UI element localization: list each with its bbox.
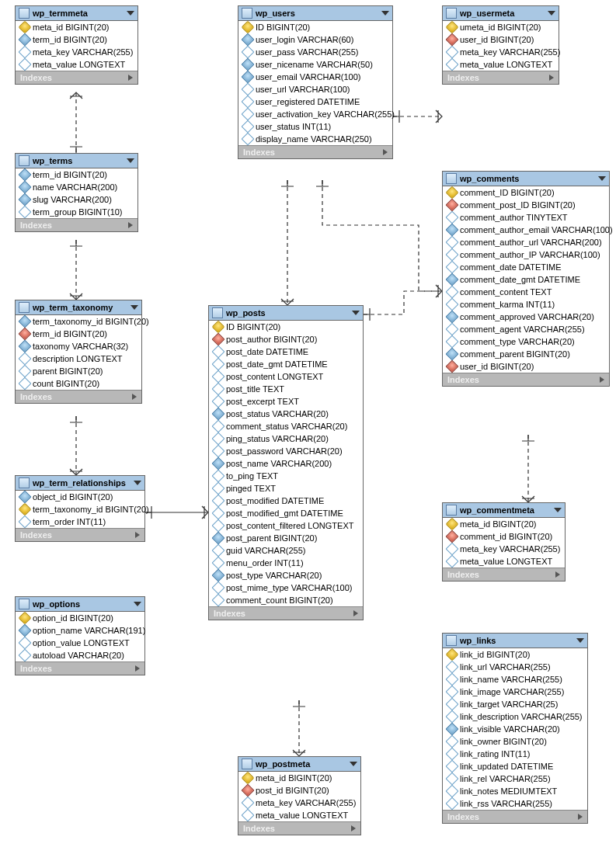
column-row[interactable]: post_mime_type VARCHAR(100): [209, 582, 363, 594]
column-row[interactable]: user_status INT(11): [238, 120, 392, 133]
table-wp_commentmeta[interactable]: wp_commentmetameta_id BIGINT(20)comment_…: [442, 502, 566, 582]
column-row[interactable]: comment_author_email VARCHAR(100): [443, 224, 609, 236]
column-row[interactable]: description LONGTEXT: [16, 352, 141, 365]
column-row[interactable]: link_visible VARCHAR(20): [443, 723, 587, 735]
collapse-icon[interactable]: [131, 305, 138, 310]
table-wp_postmeta[interactable]: wp_postmetameta_id BIGINT(20)post_id BIG…: [238, 756, 361, 835]
column-row[interactable]: taxonomy VARCHAR(32): [16, 340, 141, 352]
table-wp_termmeta[interactable]: wp_termmetameta_id BIGINT(20)term_id BIG…: [15, 5, 138, 85]
expand-icon[interactable]: [383, 149, 388, 155]
expand-icon[interactable]: [128, 222, 133, 228]
column-row[interactable]: comment_date_gmt DATETIME: [443, 273, 609, 286]
column-row[interactable]: to_ping TEXT: [209, 470, 363, 482]
column-row[interactable]: count BIGINT(20): [16, 377, 141, 390]
collapse-icon[interactable]: [134, 602, 141, 606]
column-row[interactable]: post_password VARCHAR(20): [209, 445, 363, 457]
expand-icon[interactable]: [578, 814, 583, 820]
column-row[interactable]: meta_key VARCHAR(255): [443, 46, 559, 58]
indexes-section[interactable]: Indexes: [238, 821, 360, 835]
table-header[interactable]: wp_postmeta: [238, 757, 360, 772]
collapse-icon[interactable]: [127, 158, 134, 163]
column-row[interactable]: comment_parent BIGINT(20): [443, 348, 609, 360]
table-header[interactable]: wp_comments: [443, 172, 609, 186]
table-header[interactable]: wp_options: [16, 597, 144, 612]
column-row[interactable]: post_parent BIGINT(20): [209, 532, 363, 544]
column-row[interactable]: post_date DATETIME: [209, 345, 363, 358]
collapse-icon[interactable]: [548, 11, 555, 16]
column-row[interactable]: ID BIGINT(20): [238, 21, 392, 33]
column-row[interactable]: term_taxonomy_id BIGINT(20): [16, 315, 141, 328]
column-row[interactable]: meta_key VARCHAR(255): [443, 543, 565, 555]
column-row[interactable]: comment_author TINYTEXT: [443, 211, 609, 224]
column-row[interactable]: post_type VARCHAR(20): [209, 569, 363, 582]
column-row[interactable]: comment_id BIGINT(20): [443, 530, 565, 543]
column-row[interactable]: comment_content TEXT: [443, 286, 609, 298]
column-row[interactable]: link_target VARCHAR(25): [443, 698, 587, 710]
column-row[interactable]: post_modified_gmt DATETIME: [209, 507, 363, 519]
table-wp_term_taxonomy[interactable]: wp_term_taxonomyterm_taxonomy_id BIGINT(…: [15, 300, 142, 404]
table-header[interactable]: wp_terms: [16, 154, 137, 168]
column-row[interactable]: user_activation_key VARCHAR(255): [238, 108, 392, 120]
column-row[interactable]: meta_id BIGINT(20): [238, 772, 360, 784]
table-wp_options[interactable]: wp_optionsoption_id BIGINT(20)option_nam…: [15, 596, 145, 675]
collapse-icon[interactable]: [134, 481, 141, 485]
column-row[interactable]: term_id BIGINT(20): [16, 33, 137, 46]
column-row[interactable]: user_login VARCHAR(60): [238, 33, 392, 46]
column-row[interactable]: comment_type VARCHAR(20): [443, 335, 609, 348]
expand-icon[interactable]: [351, 825, 356, 832]
column-row[interactable]: comment_author_url VARCHAR(200): [443, 236, 609, 248]
column-row[interactable]: comment_date DATETIME: [443, 261, 609, 273]
table-wp_terms[interactable]: wp_termsterm_id BIGINT(20)name VARCHAR(2…: [15, 153, 138, 232]
table-wp_usermeta[interactable]: wp_usermetaumeta_id BIGINT(20)user_id BI…: [442, 5, 559, 85]
table-header[interactable]: wp_usermeta: [443, 6, 559, 21]
column-row[interactable]: link_notes MEDIUMTEXT: [443, 785, 587, 797]
column-row[interactable]: term_id BIGINT(20): [16, 168, 137, 181]
collapse-icon[interactable]: [598, 176, 606, 181]
table-header[interactable]: wp_term_taxonomy: [16, 300, 141, 315]
column-row[interactable]: link_description VARCHAR(255): [443, 710, 587, 723]
collapse-icon[interactable]: [350, 762, 357, 766]
column-row[interactable]: post_id BIGINT(20): [238, 784, 360, 797]
column-row[interactable]: meta_value LONGTEXT: [443, 555, 565, 568]
column-row[interactable]: term_id BIGINT(20): [16, 328, 141, 340]
indexes-section[interactable]: Indexes: [16, 71, 137, 84]
column-row[interactable]: ping_status VARCHAR(20): [209, 432, 363, 445]
column-row[interactable]: object_id BIGINT(20): [16, 491, 144, 503]
column-row[interactable]: user_email VARCHAR(100): [238, 71, 392, 83]
table-wp_posts[interactable]: wp_postsID BIGINT(20)post_author BIGINT(…: [208, 305, 364, 620]
table-wp_links[interactable]: wp_linkslink_id BIGINT(20)link_url VARCH…: [442, 633, 588, 824]
column-row[interactable]: post_name VARCHAR(200): [209, 457, 363, 470]
table-header[interactable]: wp_termmeta: [16, 6, 137, 21]
expand-icon[interactable]: [549, 75, 554, 81]
column-row[interactable]: link_rss VARCHAR(255): [443, 797, 587, 810]
table-wp_users[interactable]: wp_usersID BIGINT(20)user_login VARCHAR(…: [238, 5, 393, 159]
column-row[interactable]: meta_value LONGTEXT: [238, 809, 360, 821]
column-row[interactable]: link_id BIGINT(20): [443, 648, 587, 661]
indexes-section[interactable]: Indexes: [443, 568, 565, 581]
column-row[interactable]: comment_ID BIGINT(20): [443, 186, 609, 199]
column-row[interactable]: comment_karma INT(11): [443, 298, 609, 311]
column-row[interactable]: meta_id BIGINT(20): [16, 21, 137, 33]
indexes-section[interactable]: Indexes: [238, 145, 392, 158]
column-row[interactable]: name VARCHAR(200): [16, 181, 137, 193]
indexes-section[interactable]: Indexes: [443, 71, 559, 84]
column-row[interactable]: meta_value LONGTEXT: [443, 58, 559, 71]
expand-icon[interactable]: [555, 571, 560, 578]
collapse-icon[interactable]: [352, 311, 360, 315]
column-row[interactable]: meta_key VARCHAR(255): [16, 46, 137, 58]
expand-icon[interactable]: [132, 394, 137, 400]
expand-icon[interactable]: [135, 665, 140, 672]
expand-icon[interactable]: [128, 75, 133, 81]
column-row[interactable]: user_registered DATETIME: [238, 95, 392, 108]
collapse-icon[interactable]: [381, 11, 389, 16]
column-row[interactable]: post_date_gmt DATETIME: [209, 358, 363, 370]
column-row[interactable]: term_order INT(11): [16, 516, 144, 528]
table-header[interactable]: wp_users: [238, 6, 392, 21]
table-header[interactable]: wp_posts: [209, 306, 363, 321]
column-row[interactable]: comment_agent VARCHAR(255): [443, 323, 609, 335]
column-row[interactable]: post_excerpt TEXT: [209, 395, 363, 408]
indexes-section[interactable]: Indexes: [209, 606, 363, 620]
indexes-section[interactable]: Indexes: [16, 390, 141, 403]
indexes-section[interactable]: Indexes: [16, 661, 144, 675]
column-row[interactable]: umeta_id BIGINT(20): [443, 21, 559, 33]
